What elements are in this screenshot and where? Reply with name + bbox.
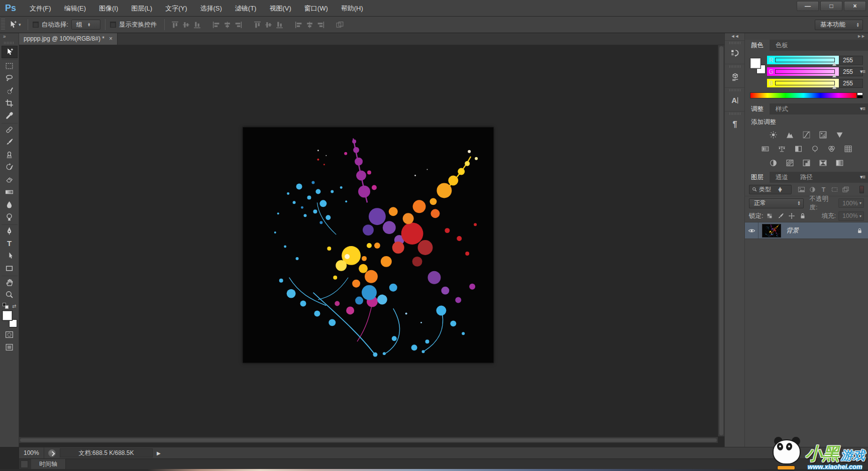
adjustment-color-balance[interactable]	[776, 144, 788, 154]
panel-tab[interactable]: 路径	[794, 172, 819, 183]
align-top-edges[interactable]	[169, 19, 180, 30]
rectangle-tool[interactable]	[2, 262, 18, 275]
paragraph-panel-button[interactable]	[725, 111, 744, 135]
adjustment-vibrance[interactable]	[834, 130, 846, 140]
color-spectrum-ramp[interactable]	[750, 92, 857, 98]
rectangular-marquee-tool[interactable]	[2, 59, 18, 72]
distribute-left-edges[interactable]	[293, 19, 304, 30]
channel-slider[interactable]	[775, 69, 835, 74]
lock-all[interactable]	[799, 212, 806, 219]
distribute-bottom-edges[interactable]	[274, 19, 285, 30]
dock-collapse-button[interactable]: ◄◄	[725, 33, 744, 40]
menu-item[interactable]: 选择(S)	[194, 0, 229, 17]
panel-collapse-button[interactable]: ►►	[745, 33, 868, 40]
adjustments-panel-menu-icon[interactable]: ▾≡	[860, 105, 865, 112]
close-icon[interactable]: ×	[109, 35, 113, 42]
document-tab[interactable]: ppppp.jpg @ 100%(RGB/8#) * ×	[19, 33, 118, 45]
history-brush-tool[interactable]	[2, 161, 18, 173]
path-selection-tool[interactable]	[2, 250, 18, 262]
slider-thumb-icon[interactable]	[832, 85, 836, 89]
align-horizontal-centers[interactable]	[222, 19, 233, 30]
canvas-image[interactable]	[243, 127, 494, 363]
zoom-level-field[interactable]: 100%	[19, 447, 44, 458]
minimize-button[interactable]: —	[797, 1, 819, 11]
tools-collapse-button[interactable]: »	[0, 33, 19, 41]
slider-thumb-icon[interactable]	[832, 62, 836, 66]
default-colors-icon[interactable]	[3, 303, 9, 309]
fill-field[interactable]: 100% ▾	[838, 211, 864, 221]
maximize-button[interactable]: □	[820, 1, 842, 11]
blur-tool[interactable]	[2, 198, 18, 211]
panel-tab[interactable]: 样式	[770, 103, 794, 114]
foreground-color-swatch[interactable]	[2, 310, 13, 321]
adjustment-hue-saturation[interactable]	[759, 144, 771, 154]
color-panel-menu-icon[interactable]: ▾≡	[860, 68, 865, 75]
channel-value-field[interactable]: 255	[839, 67, 863, 76]
horizontal-scrollbar[interactable]	[19, 437, 718, 443]
dodge-tool[interactable]	[2, 211, 18, 223]
layers-panel-menu-icon[interactable]: ▾≡	[860, 174, 865, 180]
auto-select-dropdown[interactable]: 组 ▲▼	[71, 20, 100, 30]
menu-item[interactable]: 文件(F)	[23, 0, 58, 17]
adjustment-threshold[interactable]	[801, 158, 813, 168]
close-button[interactable]: ×	[844, 1, 866, 11]
filter-pixel-layers[interactable]	[798, 186, 805, 193]
zoom-tool[interactable]	[2, 288, 18, 301]
filter-shape-layers[interactable]	[831, 186, 838, 193]
gradient-tool[interactable]	[2, 186, 18, 198]
adobe-drive-icon[interactable]	[48, 449, 56, 457]
lasso-tool[interactable]	[2, 72, 18, 84]
adjustment-black-white[interactable]	[792, 144, 804, 154]
adjustment-gradient-map[interactable]	[817, 158, 829, 168]
panel-tab[interactable]: 颜色	[745, 40, 770, 51]
layer-visibility-toggle[interactable]	[745, 222, 758, 239]
distribute-horizontal-centers[interactable]	[304, 19, 315, 30]
opacity-field[interactable]: 100% ▾	[838, 198, 864, 208]
menu-item[interactable]: 帮助(H)	[335, 0, 370, 17]
pen-tool[interactable]	[2, 224, 18, 237]
clone-stamp-tool[interactable]	[2, 148, 18, 161]
show-transform-checkbox[interactable]	[110, 22, 116, 28]
character-panel-button[interactable]	[725, 87, 744, 111]
menu-item[interactable]: 编辑(E)	[58, 0, 92, 17]
menu-item[interactable]: 文字(Y)	[159, 0, 193, 17]
tools-panel-gripper[interactable]	[4, 42, 15, 44]
adjustment-posterize[interactable]	[784, 158, 796, 168]
lock-image-pixels[interactable]	[777, 212, 784, 219]
channel-slider[interactable]	[775, 81, 835, 85]
quick-mask-button[interactable]	[2, 328, 18, 341]
adjustment-levels[interactable]	[784, 130, 796, 140]
document-size-status[interactable]: 文档:688.5 K/688.5K	[60, 448, 153, 457]
lock-position[interactable]	[788, 212, 795, 219]
distribute-right-edges[interactable]	[315, 19, 326, 30]
align-vertical-centers[interactable]	[180, 19, 191, 30]
menu-item[interactable]: 图像(I)	[92, 0, 125, 17]
filter-type-layers[interactable]	[820, 186, 827, 193]
channel-value-field[interactable]: 255	[839, 56, 863, 65]
adjustment-photo-filter[interactable]	[809, 144, 821, 154]
auto-select-checkbox[interactable]	[33, 22, 39, 28]
timeline-tab[interactable]: 时间轴	[31, 459, 66, 469]
channel-slider[interactable]	[775, 58, 835, 62]
eyedropper-tool[interactable]	[2, 109, 18, 122]
timeline-handle[interactable]	[21, 460, 28, 468]
menu-item[interactable]: 窗口(W)	[298, 0, 335, 17]
vertical-scrollbar[interactable]	[718, 45, 724, 436]
spot-healing-brush-tool[interactable]	[2, 123, 18, 136]
history-panel-button[interactable]	[725, 40, 744, 64]
distribute-top-edges[interactable]	[252, 19, 263, 30]
move-tool[interactable]	[2, 46, 18, 58]
adjustment-invert[interactable]	[768, 158, 780, 168]
auto-align-layers[interactable]	[334, 19, 345, 30]
adjustment-exposure[interactable]	[817, 130, 829, 140]
brush-tool[interactable]	[2, 136, 18, 148]
type-tool[interactable]	[2, 237, 18, 250]
adjustment-brightness-contrast[interactable]	[768, 130, 780, 140]
screen-mode-button[interactable]	[2, 341, 18, 354]
swap-colors-icon[interactable]: ⇄	[12, 303, 16, 309]
panel-tab[interactable]: 图层	[745, 172, 770, 183]
align-right-edges[interactable]	[233, 19, 244, 30]
hand-tool[interactable]	[2, 276, 18, 288]
workspace-switcher[interactable]: 基本功能 ▲▼	[815, 20, 863, 30]
menu-item[interactable]: 滤镜(T)	[229, 0, 263, 17]
